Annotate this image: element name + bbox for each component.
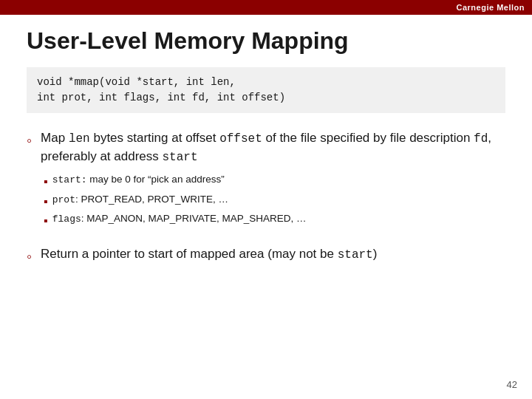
bullet-item-1: ◦ Map len bytes starting at offset offse… <box>27 129 505 231</box>
sub-bullet-marker-1b: ▪ <box>44 192 48 211</box>
brand-label: Carnegie Mellon <box>457 3 525 12</box>
top-bar: Carnegie Mellon <box>0 0 532 15</box>
sub-bullet-1c: ▪ flags: MAP_ANON, MAP_PRIVATE, MAP_SHAR… <box>44 211 505 231</box>
code-line2: int prot, int flags, int fd, int offset) <box>37 90 495 106</box>
bullet-item-2: ◦ Return a pointer to start of mapped ar… <box>27 245 505 269</box>
bullet-circle-2: ◦ <box>27 247 32 266</box>
page-title: User-Level Memory Mapping <box>27 28 505 54</box>
page-number: 42 <box>507 379 517 390</box>
bullet-main-text-1: Map len bytes starting at offset offset … <box>41 129 505 166</box>
bullet-circle-1: ◦ <box>27 131 32 150</box>
bullet-content-1: Map len bytes starting at offset offset … <box>41 129 505 231</box>
sub-bullet-list-1: ▪ start: may be 0 for “pick an address” … <box>41 171 505 231</box>
sub-bullet-1a: ▪ start: may be 0 for “pick an address” <box>44 171 505 191</box>
code-start-2: start <box>338 248 373 262</box>
code-offset: offset <box>219 132 262 146</box>
sub-bullet-text-1a: start: may be 0 for “pick an address” <box>52 171 225 188</box>
sub-bullet-marker-1c: ▪ <box>44 211 48 231</box>
code-block: void *mmap(void *start, int len, int pro… <box>27 67 505 113</box>
code-len: len <box>69 132 90 146</box>
sub-bullet-text-1b: prot: PROT_READ, PROT_WRITE, … <box>52 191 228 208</box>
sub-bullet-text-1c: flags: MAP_ANON, MAP_PRIVATE, MAP_SHARED… <box>52 211 307 228</box>
code-line1: void *mmap(void *start, int len, <box>37 75 495 90</box>
sub-bullet-marker-1a: ▪ <box>44 172 48 191</box>
main-content: User-Level Memory Mapping void *mmap(voi… <box>0 15 532 297</box>
bullet-main-text-2: Return a pointer to start of mapped area… <box>41 245 505 263</box>
bullet-content-2: Return a pointer to start of mapped area… <box>41 245 505 269</box>
code-start: start <box>163 151 198 164</box>
sub-bullet-1b: ▪ prot: PROT_READ, PROT_WRITE, … <box>44 191 505 211</box>
code-fd: fd <box>474 132 488 146</box>
